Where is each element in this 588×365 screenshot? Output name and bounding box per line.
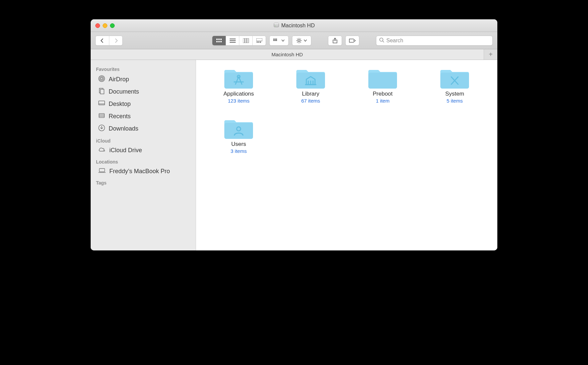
folder-icon (224, 117, 253, 139)
sidebar-item-label: Desktop (109, 101, 131, 108)
column-view-button[interactable] (239, 36, 252, 45)
documents-icon (98, 87, 105, 96)
svg-point-39 (100, 77, 104, 81)
svg-rect-45 (99, 114, 104, 118)
svg-rect-20 (275, 39, 276, 40)
folder-library[interactable]: Library 67 items (278, 67, 343, 104)
svg-rect-19 (273, 39, 274, 40)
sidebar-header-icloud: iCloud (91, 135, 196, 145)
close-window-button[interactable] (95, 23, 100, 28)
svg-line-33 (297, 42, 298, 42)
recents-icon (98, 112, 105, 121)
arrange-button[interactable] (270, 36, 288, 45)
share-button[interactable] (328, 36, 342, 45)
fullscreen-window-button[interactable] (110, 23, 115, 28)
icon-view-button[interactable] (212, 36, 226, 45)
traffic-lights (95, 23, 115, 28)
folder-preboot[interactable]: Preboot 1 item (350, 67, 415, 104)
svg-rect-3 (216, 39, 218, 40)
search-icon (379, 37, 384, 44)
toolbar (91, 32, 497, 49)
svg-point-2 (275, 26, 276, 26)
folder-meta: 67 items (301, 98, 320, 104)
svg-rect-21 (276, 39, 277, 40)
tab-label: Macintosh HD (271, 52, 303, 57)
window-title-text: Macintosh HD (281, 23, 315, 29)
svg-rect-4 (218, 39, 220, 40)
svg-point-38 (101, 78, 103, 80)
svg-point-36 (380, 38, 383, 41)
tags-button[interactable] (346, 36, 359, 45)
folder-name: Applications (223, 91, 254, 97)
finder-window: Macintosh HD (91, 19, 497, 250)
hard-drive-icon (273, 22, 279, 29)
tab-macintosh-hd[interactable]: Macintosh HD (91, 49, 484, 60)
minimize-window-button[interactable] (103, 23, 107, 28)
svg-rect-23 (275, 40, 276, 41)
view-mode-buttons (212, 36, 266, 46)
window-title: Macintosh HD (91, 22, 497, 29)
list-view-button[interactable] (226, 36, 239, 45)
forward-button[interactable] (109, 36, 122, 45)
svg-point-25 (298, 40, 300, 42)
nav-buttons (95, 36, 123, 46)
svg-rect-15 (256, 38, 262, 41)
svg-rect-6 (216, 41, 218, 42)
svg-rect-14 (247, 38, 249, 43)
folder-meta: 5 items (447, 98, 463, 104)
folder-icon (224, 67, 253, 89)
svg-line-31 (300, 42, 301, 42)
sidebar-header-favourites: Favourites (91, 63, 196, 73)
svg-rect-24 (276, 40, 277, 41)
content-area[interactable]: Applications 123 items (196, 60, 497, 250)
sidebar: Favourites AirDrop Documents Desktop (91, 60, 196, 250)
folder-meta: 3 items (231, 148, 247, 154)
new-tab-button[interactable]: + (484, 49, 497, 60)
airdrop-icon (98, 75, 105, 84)
search-input[interactable] (386, 38, 490, 44)
sidebar-item-downloads[interactable]: Downloads (91, 123, 196, 135)
folder-name: Users (231, 141, 246, 148)
sidebar-item-label: Recents (109, 113, 131, 120)
svg-rect-7 (218, 41, 220, 42)
sidebar-item-label: Downloads (109, 125, 138, 132)
sidebar-item-label: iCloud Drive (109, 147, 142, 154)
action-button[interactable] (292, 36, 311, 45)
svg-rect-12 (243, 38, 245, 43)
svg-line-30 (297, 39, 298, 39)
titlebar: Macintosh HD (91, 19, 497, 32)
svg-rect-16 (257, 42, 258, 43)
sidebar-item-label: Documents (109, 88, 139, 95)
svg-rect-5 (220, 39, 222, 40)
svg-rect-42 (100, 89, 104, 94)
folder-icon (440, 67, 469, 89)
svg-point-35 (353, 40, 354, 41)
svg-rect-8 (220, 41, 222, 42)
sidebar-header-tags: Tags (91, 177, 196, 187)
back-button[interactable] (96, 36, 109, 45)
search-field[interactable] (376, 36, 493, 46)
folder-applications[interactable]: Applications 123 items (206, 67, 271, 104)
sidebar-item-macbook[interactable]: Freddy’s MacBook Pro (91, 166, 196, 177)
sidebar-item-recents[interactable]: Recents (91, 110, 196, 123)
folder-name: Library (302, 91, 319, 97)
folder-system[interactable]: System 5 items (422, 67, 487, 104)
svg-line-32 (300, 39, 301, 39)
icon-grid: Applications 123 items (206, 67, 487, 154)
window-body: Favourites AirDrop Documents Desktop (91, 60, 497, 250)
folder-users[interactable]: Users 3 items (206, 117, 271, 154)
sidebar-item-icloud-drive[interactable]: iCloud Drive (91, 145, 196, 156)
sidebar-item-desktop[interactable]: Desktop (91, 98, 196, 110)
svg-rect-43 (99, 101, 105, 105)
tags-button-group (345, 36, 359, 46)
desktop-icon (98, 100, 105, 109)
sidebar-item-documents[interactable]: Documents (91, 86, 196, 98)
sidebar-item-airdrop[interactable]: AirDrop (91, 73, 196, 86)
sidebar-item-label: Freddy’s MacBook Pro (109, 168, 170, 175)
folder-name: Preboot (373, 91, 393, 97)
svg-rect-13 (245, 38, 247, 43)
folder-icon (368, 67, 397, 89)
gallery-view-button[interactable] (252, 36, 266, 45)
svg-rect-49 (99, 169, 105, 172)
svg-rect-1 (274, 23, 279, 24)
